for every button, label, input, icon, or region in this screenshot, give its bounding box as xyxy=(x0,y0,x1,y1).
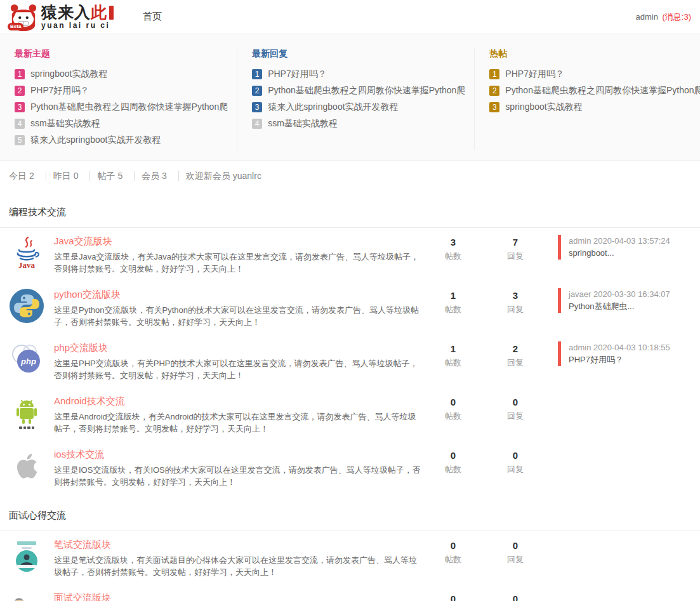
nav-home-link[interactable]: 首页 xyxy=(143,11,162,22)
logo-brand: 猿来入此 xyxy=(41,4,114,20)
latest-post[interactable]: admin 2020-04-03 13:57:24 springboot... xyxy=(558,235,670,260)
board-section: 编程技术交流 Java Java交流版块 这里是Java交流版块，有关Java的… xyxy=(0,200,700,494)
board-title-link[interactable]: Java交流版块 xyxy=(54,235,112,248)
site-logo[interactable]: Beta 猿来入此 yuan lai ru ci xyxy=(9,3,114,32)
board-row: python交流版块 这里是Python交流版块，有关Python的技术大家可以… xyxy=(0,281,700,334)
username-link[interactable]: admin xyxy=(635,12,657,22)
board-title-link[interactable]: ios技术交流 xyxy=(54,449,104,461)
interview-icon[interactable] xyxy=(9,591,44,601)
replies-stat: 2回复 xyxy=(484,341,546,369)
board-title-link[interactable]: Android技术交流 xyxy=(54,395,125,407)
posts-stat: 0帖数 xyxy=(422,448,484,475)
panel-list: 1 springboot实战教程 2 PHP7好用吗？ 3 Python基础爬虫… xyxy=(15,66,228,149)
panel-title: 最新回复 xyxy=(252,48,465,60)
latest-post-topic: Python基础爬虫... xyxy=(569,300,670,313)
topic-link[interactable]: 2 Python基础爬虫教程之四周教你快速掌握Python爬 xyxy=(252,83,465,99)
latest-post-meta: javaer 2020-03-30 16:34:07 xyxy=(569,288,670,300)
latest-post-topic: springboot... xyxy=(569,247,670,260)
svg-text:Java: Java xyxy=(18,260,36,270)
replies-stat: 0回复 xyxy=(484,538,546,565)
main-nav: 首页 xyxy=(143,11,162,23)
board-title-link[interactable]: 面试交流版块 xyxy=(54,592,111,601)
topic-link[interactable]: 3 Python基础爬虫教程之四周教你快速掌握Python爬 xyxy=(15,99,228,116)
rank-badge: 5 xyxy=(15,135,25,145)
hot-posts-panel: 热帖 1 PHP7好用吗？ 2 Python基础爬虫教程之四周教你快速掌握Pyt… xyxy=(474,47,700,150)
board-title-link[interactable]: php交流版块 xyxy=(54,342,108,354)
replies-stat: 7回复 xyxy=(484,235,546,262)
rank-badge: 3 xyxy=(489,102,499,112)
latest-topics-panel: 最新主题 1 springboot实战教程 2 PHP7好用吗？ 3 Pytho… xyxy=(0,47,237,150)
android-icon[interactable] xyxy=(9,395,44,430)
python-icon[interactable] xyxy=(9,288,44,324)
latest-post-meta: admin 2020-04-03 13:57:24 xyxy=(569,235,670,247)
board-title-link[interactable]: python交流版块 xyxy=(54,289,121,301)
board-description: 这里是Android交流版块，有关Android的技术大家可以在这里发言交流，请… xyxy=(54,411,422,435)
posts-stat: 0帖数 xyxy=(422,395,484,422)
topic-link[interactable]: 5 猿来入此springboot实战开发教程 xyxy=(15,132,228,149)
latest-replies-panel: 最新回复 1 PHP7好用吗？ 2 Python基础爬虫教程之四周教你快速掌握P… xyxy=(237,47,474,150)
topic-link[interactable]: 3 springboot实战教程 xyxy=(489,99,700,116)
board-title-link[interactable]: 笔试交流版块 xyxy=(54,539,111,551)
topic-link[interactable]: 2 Python基础爬虫教程之四周教你快速掌握Python爬 xyxy=(489,83,700,99)
posts-stat: 0帖数 xyxy=(422,591,484,601)
logo-subtitle: yuan lai ru ci xyxy=(41,22,114,29)
topic-link[interactable]: 1 PHP7好用吗？ xyxy=(252,66,465,83)
stat-item: 会员3 xyxy=(142,171,179,181)
board-row: Java Java交流版块 这里是Java交流版块，有关Java的技术大家可以在… xyxy=(0,228,700,281)
board-row: 笔试交流版块 这里是笔试交流版块，有关面试题目的心得体会大家可以在这里发言交流，… xyxy=(0,531,700,584)
posts-stat: 1帖数 xyxy=(422,341,484,369)
panel-list: 1 PHP7好用吗？ 2 Python基础爬虫教程之四周教你快速掌握Python… xyxy=(489,66,700,116)
panel-title: 最新主题 xyxy=(15,48,228,60)
forum-homepage: Beta 猿来入此 yuan lai ru ci 首页 admin (消息:3)… xyxy=(0,0,700,601)
section-title: 面试心得交流 xyxy=(0,503,700,531)
rank-badge: 1 xyxy=(489,69,499,79)
rank-badge: 1 xyxy=(15,69,25,79)
panel-title: 热帖 xyxy=(489,48,700,60)
rank-badge: 4 xyxy=(15,119,25,129)
topic-link[interactable]: 1 PHP7好用吗？ xyxy=(489,66,700,83)
latest-post-meta: admin 2020-04-03 10:18:55 xyxy=(569,341,670,353)
board-description: 这里是PHP交流版块，有关PHP的技术大家可以在这里发言交流，请勿发表广告、骂人… xyxy=(54,357,422,381)
board-sections: 编程技术交流 Java Java交流版块 这里是Java交流版块，有关Java的… xyxy=(0,200,700,601)
php-icon[interactable]: php xyxy=(9,341,44,377)
board-list: Java Java交流版块 这里是Java交流版块，有关Java的技术大家可以在… xyxy=(0,228,700,494)
board-row: 面试交流版块 这里是面试交流版块，有关面试题目的心得体会大家可以在这里发言交流，… xyxy=(0,584,700,601)
written-exam-icon[interactable] xyxy=(9,538,44,574)
replies-stat: 0回复 xyxy=(484,395,546,422)
topic-link[interactable]: 1 springboot实战教程 xyxy=(15,66,228,83)
board-description: 这里是Python交流版块，有关Python的技术大家可以在这里发言交流，请勿发… xyxy=(54,304,422,328)
replies-stat: 0回复 xyxy=(484,591,546,601)
board-description: 这里是Java交流版块，有关Java的技术大家可以在这里发言交流，请勿发表广告、… xyxy=(54,251,422,275)
messages-link[interactable]: (消息:3) xyxy=(663,12,692,22)
board-row: php php交流版块 这里是PHP交流版块，有关PHP的技术大家可以在这里发言… xyxy=(0,334,700,388)
beta-badge: Beta xyxy=(8,23,23,30)
rank-badge: 2 xyxy=(489,86,499,96)
latest-post[interactable]: javaer 2020-03-30 16:34:07 Python基础爬虫... xyxy=(558,288,670,313)
board-row: ios技术交流 这里是IOS交流版块，有关IOS的技术大家可以在这里发言交流，请… xyxy=(0,441,700,494)
topic-link[interactable]: 3 猿来入此springboot实战开发教程 xyxy=(252,99,465,116)
apple-icon[interactable] xyxy=(9,448,44,484)
topic-link[interactable]: 4 ssm基础实战教程 xyxy=(15,116,228,132)
posts-stat: 1帖数 xyxy=(422,288,484,315)
panel-list: 1 PHP7好用吗？ 2 Python基础爬虫教程之四周教你快速掌握Python… xyxy=(252,66,465,132)
header: Beta 猿来入此 yuan lai ru ci 首页 admin (消息:3) xyxy=(0,0,700,34)
board-list: 笔试交流版块 这里是笔试交流版块，有关面试题目的心得体会大家可以在这里发言交流，… xyxy=(0,531,700,601)
replies-stat: 0回复 xyxy=(484,448,546,475)
rank-badge: 3 xyxy=(252,102,262,112)
java-icon[interactable]: Java xyxy=(9,235,44,270)
rank-badge: 2 xyxy=(15,86,25,96)
board-row: Android技术交流 这里是Android交流版块，有关Android的技术大… xyxy=(0,388,700,441)
posts-stat: 0帖数 xyxy=(422,538,484,565)
rank-badge: 2 xyxy=(252,86,262,96)
topic-link[interactable]: 2 PHP7好用吗？ xyxy=(15,83,228,99)
latest-post[interactable]: admin 2020-04-03 10:18:55 PHP7好用吗？ xyxy=(558,341,670,366)
replies-stat: 3回复 xyxy=(484,288,546,315)
topic-link[interactable]: 4 ssm基础实战教程 xyxy=(252,116,465,132)
monkey-logo-icon: Beta xyxy=(9,3,38,32)
rank-badge: 3 xyxy=(15,102,25,112)
stats-bar: 今日2 昨日0 帖子5 会员3 欢迎新会员yuanlrc xyxy=(0,161,700,191)
posts-stat: 3帖数 xyxy=(422,235,484,262)
rank-badge: 1 xyxy=(252,69,262,79)
section-title: 编程技术交流 xyxy=(0,200,700,228)
stat-item: 今日2 xyxy=(9,171,46,181)
